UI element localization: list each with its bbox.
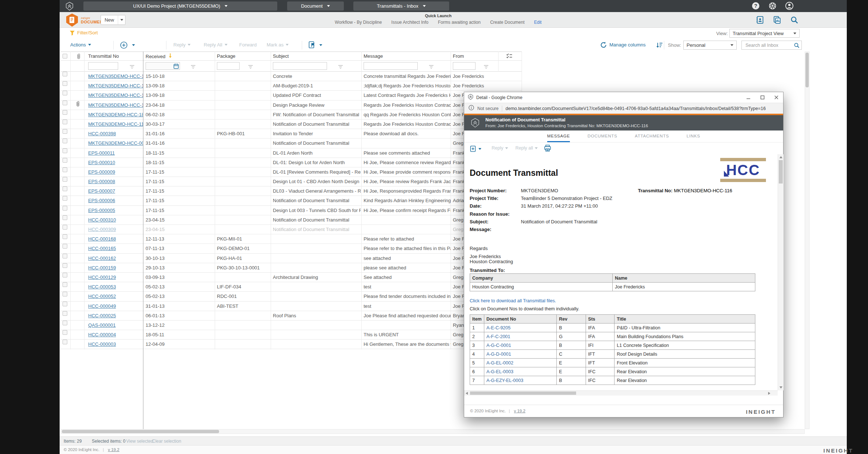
filter-funnel-icon[interactable]: [129, 64, 135, 71]
transmittal-link[interactable]: EPS-000009: [88, 167, 143, 177]
table-row[interactable]: QAS-00000113-12-12Ryan C: [61, 321, 522, 330]
clear-selection-link[interactable]: Clear selection: [152, 439, 181, 444]
row-checkbox[interactable]: [63, 110, 67, 115]
table-row[interactable]: HCC-00039831-01-16PKG-HB-001Invitation t…: [61, 129, 522, 139]
table-row[interactable]: EPS-00001118-11-15DL-01 Arden NorthPleas…: [61, 148, 522, 158]
popup-vertical-scrollbar[interactable]: [778, 154, 784, 390]
column-header-received[interactable]: Received: [146, 53, 172, 59]
table-row[interactable]: HCC-00005305-02-13LIF-DF-034testJoe Fred…: [61, 282, 522, 292]
row-checkbox[interactable]: [63, 292, 67, 296]
column-chooser-icon[interactable]: [506, 53, 512, 60]
row-checkbox[interactable]: [63, 234, 67, 239]
row-checkbox[interactable]: [63, 139, 67, 143]
table-row[interactable]: HCC-00000418-05-11This is URGENTGreg H: [61, 330, 522, 340]
row-checkbox[interactable]: [63, 177, 67, 182]
table-row[interactable]: EPS-00000917-11-15DL-01 [Review Comments…: [61, 167, 522, 177]
row-checkbox[interactable]: [63, 254, 67, 258]
transmittal-link[interactable]: HCC-000162: [88, 254, 143, 263]
table-row[interactable]: HCC-00005205-02-13RDC-001Please find ten…: [61, 292, 522, 301]
transmittal-link[interactable]: MKTGEN35DEMO-HCC-185: [88, 81, 143, 91]
filter-funnel-icon[interactable]: [191, 64, 196, 71]
table-row[interactable]: HCC-00002506-01-13Roof PlansJoe Please f…: [61, 311, 522, 321]
grid-vertical-scrollbar[interactable]: [805, 52, 809, 429]
document-link[interactable]: A-G-EL-0002: [484, 359, 557, 367]
version-link[interactable]: v 19.2: [108, 447, 119, 452]
transmittal-link[interactable]: MKTGEN35DEMO-HCC-186: [88, 72, 143, 81]
filter-input-transmittal-no[interactable]: [88, 62, 118, 70]
contacts-icon[interactable]: [755, 15, 764, 26]
download-all-link[interactable]: Click here to download all Transmittal f…: [470, 298, 556, 303]
transmittal-link[interactable]: HCC-000165: [88, 244, 143, 253]
transmittal-link[interactable]: MKTGEN3DEMO-HCC-116: [88, 120, 143, 129]
table-row[interactable]: EPS-00000817-11-15Design Lot 01 - CBD Ar…: [61, 177, 522, 186]
grid-horizontal-scrollbar[interactable]: [61, 429, 805, 434]
popup-version-link[interactable]: v 19.2: [514, 409, 525, 413]
table-row[interactable]: MKTGEN35DEMO-HCC-18513-09-18AM-Budget-20…: [61, 81, 522, 91]
row-checkbox[interactable]: [63, 101, 67, 105]
table-row[interactable]: HCC-00016230-10-13PKG-HA-01see attachedJ…: [61, 254, 522, 263]
column-header-message[interactable]: Message: [364, 53, 383, 59]
mark-as-button[interactable]: Mark as: [267, 42, 289, 48]
show-dropdown[interactable]: Personal: [683, 41, 737, 50]
row-checkbox[interactable]: [63, 129, 67, 134]
select-all-checkbox[interactable]: [63, 54, 67, 58]
quick-launch-link-workflow[interactable]: Workflow - By Discipline: [335, 20, 382, 25]
column-header-from[interactable]: From: [453, 53, 464, 59]
transmittal-link[interactable]: HCC-000398: [88, 129, 143, 139]
tab-attachments[interactable]: ATTACHMENTS: [635, 130, 669, 142]
calendar-icon[interactable]: [173, 63, 179, 69]
table-row[interactable]: MKTGEN35DEMO-HCC-18615-10-18ConcreteConc…: [61, 72, 522, 81]
table-row[interactable]: EPS-00000617-11-15Notification of Docume…: [61, 196, 522, 205]
close-icon[interactable]: [769, 92, 783, 103]
row-checkbox[interactable]: [63, 206, 67, 211]
tab-message[interactable]: MESSAGE: [547, 130, 570, 142]
row-checkbox[interactable]: [63, 311, 67, 316]
table-row[interactable]: HCC-00004931-01-13ABI-TESTtestJoe Freder…: [61, 302, 522, 311]
row-checkbox[interactable]: [63, 340, 67, 344]
transmittal-link[interactable]: EPS-000011: [88, 148, 143, 158]
table-row[interactable]: HCC-00030923-04-15Notification of Docume…: [61, 225, 522, 234]
transmittal-link[interactable]: HCC-000025: [88, 311, 143, 321]
document-link[interactable]: A-G-EL-0003: [484, 367, 557, 376]
row-checkbox[interactable]: [63, 302, 67, 306]
project-selector[interactable]: UX/UI Demo Project (MKTGEN55DEMO): [83, 1, 277, 11]
transmittal-link[interactable]: HCC-000310: [88, 215, 143, 225]
transmittal-link[interactable]: MKTGEN35DEMO-HCC-183: [88, 101, 143, 110]
forward-button[interactable]: Forward: [239, 42, 257, 48]
help-icon[interactable]: ?: [751, 1, 760, 12]
popup-titlebar[interactable]: Detail - Google Chrome: [464, 92, 783, 103]
row-checkbox[interactable]: [63, 167, 67, 172]
transmittal-link[interactable]: HCC-000004: [88, 330, 143, 340]
filter-funnel-icon[interactable]: [338, 64, 343, 71]
row-checkbox[interactable]: [63, 158, 67, 163]
quick-launch-link-issue-architect[interactable]: Issue Architect Info: [391, 20, 428, 25]
refresh-button[interactable]: [600, 41, 607, 49]
document-link[interactable]: A-F-C-2001: [484, 332, 557, 341]
row-checkbox[interactable]: [63, 215, 67, 220]
transmittal-link[interactable]: HCC-000309: [88, 225, 143, 234]
transmittal-link[interactable]: QAS-000001: [88, 321, 143, 330]
row-checkbox[interactable]: [63, 244, 67, 249]
transmittal-link[interactable]: EPS-000010: [88, 158, 143, 167]
document-link[interactable]: A-G-EZY-EL-0003: [484, 376, 557, 385]
document-link[interactable]: A-G-D-0001: [484, 350, 557, 359]
filter-sort-button[interactable]: Filter/Sort: [69, 30, 98, 35]
minimize-button[interactable]: [741, 92, 755, 103]
row-checkbox[interactable]: [63, 282, 67, 287]
row-checkbox[interactable]: [63, 148, 67, 153]
scrollbar-thumb[interactable]: [62, 430, 219, 433]
quick-launch-edit-link[interactable]: Edit: [534, 20, 542, 25]
transmittal-link[interactable]: EPS-000008: [88, 177, 143, 186]
table-row[interactable]: EPS-00001018-11-15DL-01: Design Lot for …: [61, 158, 522, 167]
table-row[interactable]: EPS-00000517-11-15Design Lot 003 - Tunne…: [61, 206, 522, 215]
popup-reply-all-button[interactable]: Reply all: [515, 145, 538, 151]
row-checkbox[interactable]: [63, 225, 67, 230]
popup-horizontal-scrollbar[interactable]: [464, 390, 778, 396]
manage-columns-button[interactable]: Manage columns: [609, 42, 646, 48]
actions-button[interactable]: Actions: [70, 42, 91, 48]
column-header-subject[interactable]: Subject: [273, 53, 289, 59]
flag-button[interactable]: [309, 41, 322, 49]
document-link[interactable]: A-E-C-9205: [484, 324, 557, 332]
quick-launch-link-create-document[interactable]: Create Document: [490, 20, 525, 25]
search-icon[interactable]: [790, 15, 799, 26]
